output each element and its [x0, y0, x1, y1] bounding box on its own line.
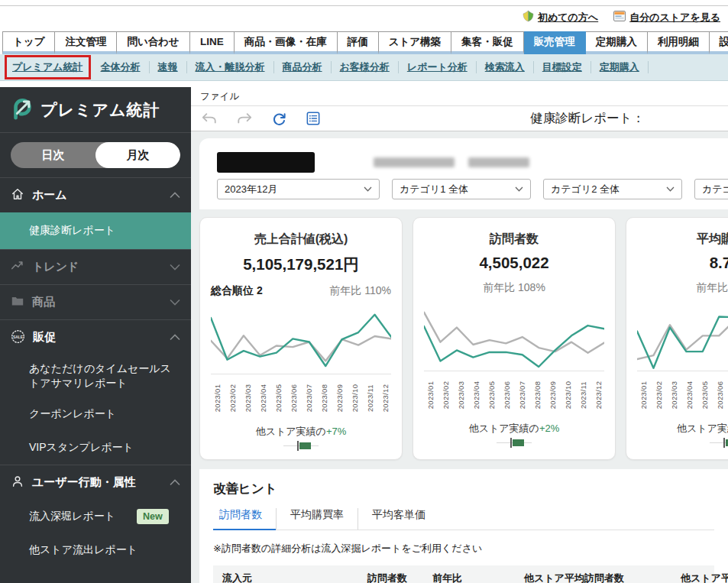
col-inflow-source: 流入元: [213, 572, 358, 583]
file-menu[interactable]: ファイル: [200, 90, 239, 103]
redacted-store-info: [374, 157, 455, 167]
subnav-premium-stats[interactable]: プレミアム統計: [12, 60, 83, 74]
tab-products-images-stock[interactable]: 商品・画像・在庫: [235, 31, 338, 54]
tab-marketing[interactable]: 集客・販促: [451, 31, 524, 54]
chevron-down-icon: [170, 299, 180, 306]
top-utility-bar: 初めての方へ 自分のストアを見る: [0, 0, 728, 31]
app-logo: プレミアム統計: [0, 87, 191, 133]
sidebar-item-user-behavior[interactable]: ユーザー行動・属性: [0, 465, 191, 500]
sidebar-item-promotions[interactable]: SALE 販促: [0, 319, 191, 355]
tab-usage-details[interactable]: 利用明細: [648, 31, 710, 54]
kpi-cards-row: 売上合計値(税込) 5,105,179,521円 総合順位 2 前年比 110%…: [199, 217, 728, 460]
chevron-down-icon: [170, 264, 180, 270]
benchmark-indicator: [497, 439, 532, 447]
hints-tab-avg-spend[interactable]: 平均客単価: [358, 508, 439, 530]
tab-order-management[interactable]: 注文管理: [55, 31, 117, 54]
report-title: 健康診断レポート：: [530, 110, 645, 127]
hints-tab-visitors[interactable]: 訪問者数: [213, 508, 276, 530]
folder-icon: [11, 294, 24, 310]
hints-table-header: 流入元 訪問者数 前年比 他ストア平均訪問者数 他ストア平均前年比: [213, 565, 714, 583]
sub-nav: プレミアム統計 全体分析 速報 流入・離脱分析 商品分析 お客様分析 レポート分…: [0, 54, 728, 81]
svg-text:SALE: SALE: [13, 335, 24, 338]
subnav-customer-analysis[interactable]: お客様分析: [340, 60, 390, 74]
tab-subscriptions[interactable]: 定期購入: [586, 31, 648, 54]
report-scroll-area[interactable]: 2023年12月 カテゴリ1 全体 カテゴリ2 全体 カテゴリ3 全体: [191, 131, 728, 583]
refresh-icon[interactable]: [272, 112, 286, 126]
overall-rank: 総合順位 2: [211, 284, 263, 298]
subnav-report-analysis[interactable]: レポート分析: [407, 60, 468, 74]
tab-inquiries[interactable]: 問い合わせ: [117, 31, 189, 54]
trend-icon: [11, 259, 24, 275]
first-time-label: 初めての方へ: [538, 11, 598, 24]
toolbar: 健康診断レポート：: [191, 106, 728, 131]
filter-panel: 2023年12月 カテゴリ1 全体 カテゴリ2 全体 カテゴリ3 全体: [199, 138, 728, 209]
sidebar-item-timesale-summary-report[interactable]: あなただけのタイムセールストアサマリレポート: [0, 355, 191, 397]
beginner-mark-icon: [523, 10, 534, 24]
sidebar-item-coupon-report[interactable]: クーポンレポート: [0, 397, 191, 431]
card-value: 5,105,179,521円: [211, 254, 391, 275]
main-content: ファイル 健康診断レポート：: [191, 87, 728, 583]
visitors-trend-chart: [424, 307, 604, 371]
yoy-ratio: 前年比 108%: [483, 281, 545, 295]
sidebar-item-vip-stamp-report[interactable]: VIPスタンプレポート: [0, 431, 191, 465]
first-time-link[interactable]: 初めての方へ: [523, 10, 598, 24]
sidebar: プレミアム統計 日次 月次 ホーム 健康診断レポート トレ: [0, 87, 191, 583]
redacted-store-info: [468, 157, 529, 167]
tab-line[interactable]: LINE: [190, 31, 235, 54]
subnav-product-analysis[interactable]: 商品分析: [283, 60, 322, 74]
sidebar-item-health-report[interactable]: 健康診断レポート: [0, 212, 191, 249]
category2-select[interactable]: カテゴリ2 全体: [543, 179, 682, 199]
browser-window-icon: [613, 11, 626, 24]
hints-note: ※訪問者数の詳細分析は流入深掘レポートをご利用ください: [213, 542, 714, 555]
yoy-ratio: 前年比 110%: [329, 284, 391, 298]
premium-stats-logo-icon: [11, 97, 34, 123]
sidebar-item-products[interactable]: 商品: [0, 284, 191, 319]
tab-top[interactable]: トップ: [2, 31, 55, 54]
toggle-daily[interactable]: 日次: [11, 142, 95, 168]
subnav-overall-analysis[interactable]: 全体分析: [101, 60, 141, 74]
tab-reviews[interactable]: 評価: [338, 31, 379, 54]
app-title: プレミアム統計: [40, 99, 160, 121]
subnav-goal-setting[interactable]: 目標設定: [542, 60, 582, 74]
undo-icon[interactable]: [202, 112, 217, 125]
yoy-ratio: 前年比 108%: [696, 281, 728, 295]
kpi-card-visitors: 訪問者数 4,505,022 前年比 108% 2023/012023/0220…: [413, 217, 616, 460]
tab-settings[interactable]: 設定: [710, 31, 728, 54]
person-icon: [11, 474, 24, 491]
redacted-store-name: [217, 152, 315, 173]
subnav-subscriptions[interactable]: 定期購入: [600, 60, 639, 74]
benchmark-text: 他ストア実績の+2%: [424, 422, 604, 436]
benchmark-indicator: [710, 439, 728, 447]
sidebar-item-trend[interactable]: トレンド: [0, 249, 191, 284]
chevron-down-icon: [515, 186, 523, 192]
sale-badge-icon: SALE: [11, 329, 25, 346]
period-select[interactable]: 2023年12月: [217, 179, 380, 199]
period-toggle: 日次 月次: [11, 142, 180, 168]
subnav-search-inflow[interactable]: 検索流入: [485, 60, 525, 74]
purchase-rate-trend-chart: [637, 307, 728, 371]
toggle-monthly[interactable]: 月次: [95, 142, 180, 168]
card-value: 4,505,022: [424, 254, 604, 272]
view-store-label: 自分のストアを見る: [629, 11, 720, 24]
chart-x-labels: 2023/012023/022023/032023/042023/052023/…: [424, 374, 604, 416]
view-store-link[interactable]: 自分のストアを見る: [613, 11, 720, 24]
col-yoy: 前年比: [423, 572, 515, 583]
report-list-icon[interactable]: [306, 112, 320, 125]
sidebar-item-home[interactable]: ホーム: [0, 177, 191, 212]
chevron-down-icon: [364, 186, 372, 192]
redo-icon[interactable]: [237, 112, 252, 125]
subnav-inflow-exit-analysis[interactable]: 流入・離脱分析: [196, 60, 265, 74]
category3-select[interactable]: カテゴリ3 全体: [694, 179, 728, 199]
card-title: 平均購買率: [637, 232, 728, 248]
sidebar-item-inflow-deepdive-report[interactable]: 流入深堀レポート New: [0, 500, 191, 533]
kpi-card-purchase-rate: 平均購買率 8.7% 前年比 108% 2023/012023/022023/0…: [626, 217, 728, 460]
improvement-hints-panel: 改善ヒント 訪問者数 平均購買率 平均客単価 ※訪問者数の詳細分析は流入深掘レポ…: [199, 469, 728, 583]
col-other-store-avg-visitors: 他ストア平均訪問者数: [515, 572, 671, 583]
sidebar-item-store-outflow-report[interactable]: 他ストア流出レポート: [0, 533, 191, 567]
main-nav-tabs: トップ 注文管理 問い合わせ LINE 商品・画像・在庫 評価 ストア構築 集客…: [0, 31, 728, 54]
category1-select[interactable]: カテゴリ1 全体: [392, 179, 531, 199]
tab-store-builder[interactable]: ストア構築: [379, 31, 451, 54]
subnav-flash-report[interactable]: 速報: [158, 60, 178, 74]
tab-sales-management[interactable]: 販売管理: [524, 31, 586, 54]
hints-tab-purchase-rate[interactable]: 平均購買率: [276, 508, 358, 530]
